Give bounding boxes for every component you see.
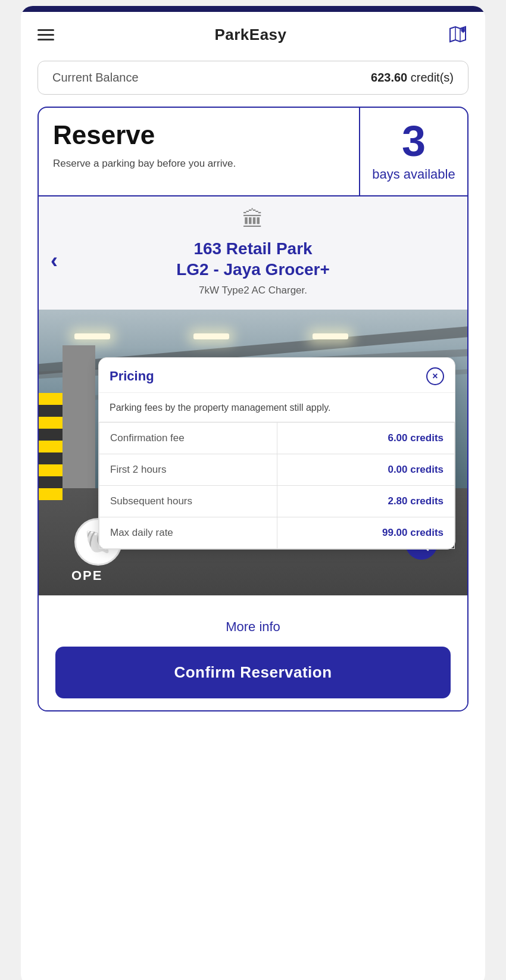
location-charger: 7kW Type2 AC Charger. [51, 285, 455, 297]
pricing-row-maxdaily: Max daily rate 99.00 credits [99, 517, 455, 548]
pricing-close-button[interactable]: × [426, 367, 444, 385]
app-title: ParkEasy [214, 26, 286, 44]
pricing-row-value: 6.00 credits [277, 422, 455, 454]
status-bar [21, 6, 485, 12]
reserve-description: Reserve a parking bay before you arrive. [53, 157, 347, 171]
balance-bar: Current Balance 623.60 credit(s) [38, 61, 468, 95]
building-icon: 🏛 [51, 207, 455, 232]
pricing-row-confirmation: Confirmation fee 6.00 credits [99, 422, 455, 454]
pricing-row-label: Confirmation fee [99, 422, 277, 454]
balance-label: Current Balance [52, 71, 139, 85]
back-button[interactable]: ‹ [51, 248, 58, 273]
bays-label: bays available [372, 166, 455, 183]
floor-stripe [39, 393, 63, 500]
open-sign: OPE [71, 568, 102, 583]
more-info-link[interactable]: More info [55, 613, 451, 647]
reserve-info: Reserve Reserve a parking bay before you… [39, 108, 360, 195]
pricing-row-label: First 2 hours [99, 454, 277, 485]
reserve-bottom: More info Confirm Reservation [39, 595, 467, 710]
reserve-top: Reserve Reserve a parking bay before you… [39, 108, 467, 196]
pricing-title: Pricing [110, 369, 154, 384]
map-icon[interactable] [447, 24, 468, 45]
pricing-header: Pricing × [99, 358, 455, 393]
pricing-row-value: 0.00 credits [277, 454, 455, 485]
pricing-panel: Pricing × Parking fees by the property m… [98, 357, 455, 550]
parking-image: 🐚 OPE 163 Retail Park Pricing × [39, 310, 467, 595]
pricing-row-label: Subsequent hours [99, 485, 277, 517]
pricing-row-value: 99.00 credits [277, 517, 455, 548]
reserve-card: Reserve Reserve a parking bay before you… [38, 107, 468, 711]
location-section: 🏛 ‹ 163 Retail Park LG2 - Jaya Grocer+ 7… [39, 196, 467, 310]
pricing-row-first2hours: First 2 hours 0.00 credits [99, 454, 455, 485]
bays-count: 3 [402, 120, 426, 163]
hamburger-menu-button[interactable] [38, 29, 54, 40]
phone-container: ParkEasy Current Balance 623.60 credit(s… [21, 6, 485, 980]
confirm-reservation-button[interactable]: Confirm Reservation [55, 647, 451, 698]
reserve-title: Reserve [53, 122, 347, 148]
ceiling-light [74, 333, 110, 339]
pricing-row-subsequent: Subsequent hours 2.80 credits [99, 485, 455, 517]
pricing-note: Parking fees by the property management … [99, 393, 455, 422]
bays-available: 3 bays available [360, 108, 467, 195]
header: ParkEasy [21, 12, 485, 55]
pricing-table: Confirmation fee 6.00 credits First 2 ho… [99, 422, 455, 549]
pricing-row-label: Max daily rate [99, 517, 277, 548]
location-name: 163 Retail Park LG2 - Jaya Grocer+ [51, 238, 455, 280]
balance-value: 623.60 credit(s) [371, 71, 454, 85]
pricing-row-value: 2.80 credits [277, 485, 455, 517]
ceiling-light [193, 333, 229, 339]
ceiling-light [313, 333, 348, 339]
